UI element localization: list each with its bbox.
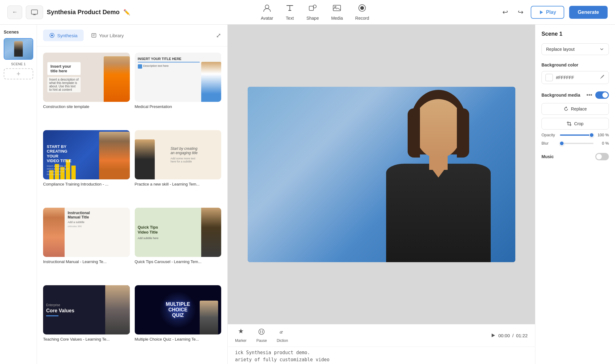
- template-thumb-construction: Insert yourtitle here Insert a descripti…: [43, 53, 130, 102]
- template-name-medical: Medical Presentation: [135, 104, 222, 109]
- color-row[interactable]: #FFFFFF: [541, 71, 609, 84]
- redo-button[interactable]: ↪: [515, 6, 526, 19]
- crop-icon: [567, 121, 572, 126]
- tab-synthesia[interactable]: Synthesia: [43, 30, 84, 41]
- replace-layout-dropdown[interactable]: Replace layout: [541, 43, 609, 55]
- compliance-left: START BY CREATING YOUR VIDEO TITLE Inser…: [43, 141, 91, 179]
- shape-icon: [308, 4, 317, 14]
- svg-point-1: [265, 5, 269, 9]
- compliance-person: [99, 132, 130, 179]
- scene-mini-avatar: [14, 41, 23, 57]
- template-thumb-medical: INSERT YOUR TITLE HERE Description text …: [135, 53, 222, 102]
- background-color-section: Background color #FFFFFF: [541, 62, 609, 84]
- edit-icon[interactable]: ✏️: [123, 9, 130, 16]
- template-card-medical[interactable]: INSERT YOUR TITLE HERE Description text …: [135, 53, 222, 125]
- toolbar-center: Avatar Text Shape: [261, 4, 369, 21]
- marker-icon: [237, 328, 245, 337]
- template-card-practice[interactable]: Start by creatingan engaging title Add s…: [135, 130, 222, 203]
- template-card-construction[interactable]: Insert yourtitle here Insert a descripti…: [43, 53, 130, 125]
- svg-point-12: [259, 329, 264, 334]
- add-scene-button[interactable]: +: [4, 68, 33, 79]
- blur-thumb[interactable]: [559, 141, 564, 146]
- time-total: 01:22: [516, 333, 528, 338]
- marker-control[interactable]: Marker: [235, 328, 246, 343]
- music-toggle-knob: [596, 154, 602, 159]
- tab-library[interactable]: Your Library: [85, 30, 130, 41]
- template-card-quicktips[interactable]: Quick TipsVideo Title Add subtitle here …: [135, 208, 222, 280]
- synthesia-icon: [49, 33, 55, 38]
- generate-button[interactable]: Generate: [569, 6, 608, 19]
- dropdown-chevron-icon: [599, 47, 604, 52]
- svg-text:æ: æ: [280, 329, 283, 334]
- opacity-fill: [560, 134, 593, 136]
- media-tool[interactable]: Media: [331, 4, 343, 21]
- template-card-compliance[interactable]: START BY CREATING YOUR VIDEO TITLE Inser…: [43, 130, 130, 203]
- template-name-enterprise: Teaching Core Values - Learning Te...: [43, 337, 130, 342]
- music-toggle[interactable]: [595, 153, 609, 160]
- text-icon: [286, 4, 294, 14]
- replace-button[interactable]: Replace: [541, 103, 609, 115]
- text-tool[interactable]: Text: [286, 4, 294, 21]
- svg-marker-8: [540, 10, 543, 14]
- template-name-multiple: Multiple Choice Quiz - Learning Te...: [135, 337, 222, 342]
- music-label: Music: [541, 154, 554, 159]
- color-swatch: [545, 74, 553, 81]
- shape-tool[interactable]: Shape: [306, 4, 319, 21]
- template-thumb-practice: Start by creatingan engaging title Add s…: [135, 130, 222, 179]
- avatar-icon: [263, 4, 271, 14]
- screen-button[interactable]: [26, 6, 43, 19]
- media-icon: [333, 4, 341, 14]
- opacity-slider[interactable]: [560, 134, 593, 136]
- template-thumb-compliance: START BY CREATING YOUR VIDEO TITLE Inser…: [43, 130, 130, 179]
- bg-media-toggle[interactable]: [595, 91, 609, 99]
- play-icon: [539, 10, 544, 15]
- diction-control[interactable]: æ Diction: [277, 328, 288, 343]
- template-name-quicktips: Quick Tips Carousel - Learning Tem...: [135, 259, 222, 264]
- play-button[interactable]: Play: [531, 6, 564, 19]
- opacity-thumb[interactable]: [589, 133, 594, 138]
- color-picker-icon[interactable]: [599, 74, 605, 81]
- canvas-controls: Marker Pause: [228, 324, 535, 347]
- main-layout: Scenes SCENE 1 + Synthesia: [0, 25, 615, 364]
- avatar-label: Avatar: [261, 16, 273, 21]
- expand-button[interactable]: ⤢: [216, 32, 221, 39]
- scene-1-label: SCENE 1: [4, 62, 33, 66]
- template-card-enterprise[interactable]: Enterprise Core Values Teaching Core Val…: [43, 285, 130, 358]
- back-button[interactable]: ←: [7, 6, 22, 19]
- diction-label: Diction: [277, 338, 288, 343]
- template-thumb-instructional: InstructionalManual Title Add a subtitle…: [43, 208, 130, 257]
- svg-point-6: [360, 6, 364, 10]
- replace-layout-section: Replace layout: [541, 43, 609, 55]
- blur-slider-row: Blur 0 %: [541, 141, 609, 146]
- screen-icon: [31, 10, 38, 15]
- text-label: Text: [286, 16, 294, 21]
- template-card-multiple[interactable]: MULTIPLECHOICEQUIZ Multiple Choice Quiz …: [135, 285, 222, 358]
- svg-rect-11: [92, 34, 96, 37]
- blur-slider[interactable]: [560, 143, 593, 144]
- scenes-label: Scenes: [4, 30, 33, 34]
- time-current: 00:00: [498, 333, 510, 338]
- record-tool[interactable]: Record: [355, 4, 369, 21]
- video-canvas[interactable]: [248, 87, 515, 262]
- svg-rect-2: [309, 6, 313, 10]
- svg-point-5: [335, 6, 336, 8]
- marker-label: Marker: [235, 338, 246, 343]
- transcript-area: ick Synthesia product demo. ariety of fu…: [228, 347, 535, 364]
- record-icon: [358, 4, 366, 14]
- canvas-main: [228, 25, 535, 324]
- background-media-section: Background media ••• Replace: [541, 91, 609, 146]
- more-options-button[interactable]: •••: [586, 92, 592, 98]
- scene-1-thumb[interactable]: [4, 38, 33, 60]
- template-name-practice: Practice a new skill - Learning Tem...: [135, 182, 222, 186]
- template-name-compliance: Compliance Training Introduction - ...: [43, 182, 130, 186]
- undo-button[interactable]: ↩: [500, 6, 510, 19]
- template-thumb-enterprise: Enterprise Core Values: [43, 285, 130, 334]
- template-card-instructional[interactable]: InstructionalManual Title Add a subtitle…: [43, 208, 130, 280]
- expand-icon: ⤢: [216, 32, 221, 39]
- crop-button[interactable]: Crop: [541, 118, 609, 130]
- avatar-tool[interactable]: Avatar: [261, 4, 273, 21]
- toolbar-right: ↩ ↪ Play Generate: [500, 6, 608, 19]
- more-icon: •••: [586, 92, 592, 98]
- pause-control[interactable]: Pause: [256, 328, 267, 343]
- svg-rect-0: [31, 10, 38, 14]
